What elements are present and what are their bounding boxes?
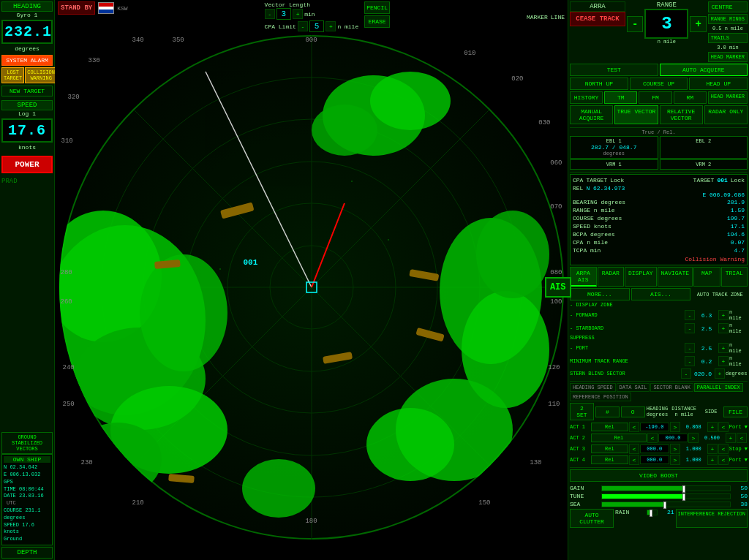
act4-right-btn[interactable]: >: [670, 455, 680, 465]
act1-minus-btn[interactable]: <: [718, 422, 729, 432]
pi-tab-sector-blank[interactable]: SECTOR BLANK: [650, 383, 693, 392]
test-btn[interactable]: TEST: [570, 64, 658, 76]
act2-rel-btn[interactable]: Rel: [591, 434, 647, 442]
system-alarm-btn[interactable]: SYSTEM ALARM: [1, 55, 53, 66]
rain-slider[interactable]: [647, 510, 658, 515]
lost-target-btn[interactable]: LOST TARGET: [1, 67, 24, 83]
depth-btn[interactable]: DEPTH: [1, 547, 53, 559]
pi-tab-data-sail[interactable]: DATA SAIL: [617, 383, 650, 392]
ground-stabilized-btn[interactable]: GROUND STABILIZED VECTORS: [1, 432, 53, 454]
sea-thumb[interactable]: [663, 502, 666, 509]
ebl2-box[interactable]: EBL 2: [660, 136, 748, 159]
pi-hash-btn[interactable]: #: [595, 406, 620, 417]
rain-slider-inner: RAIN 21: [615, 509, 674, 515]
pi-tab-heading-speed[interactable]: HEADING SPEED: [570, 383, 616, 392]
tab-radar[interactable]: RADAR: [598, 267, 625, 287]
more-btn[interactable]: MORE...: [570, 288, 630, 300]
vrm2-box[interactable]: VRM 2: [660, 159, 748, 170]
tune-thumb[interactable]: [682, 493, 685, 501]
tab-display[interactable]: DISPLAY: [625, 267, 657, 287]
act4-plus-btn[interactable]: +: [707, 455, 718, 465]
power-button[interactable]: POWER: [1, 156, 53, 173]
cpa-plus-btn[interactable]: +: [325, 21, 336, 31]
tune-slider[interactable]: [601, 493, 731, 499]
pi-tab-parallel-index[interactable]: PARALLEL INDEX: [694, 383, 743, 392]
act2-right-btn[interactable]: >: [688, 433, 699, 443]
min-track-plus-btn[interactable]: +: [718, 356, 729, 366]
auto-acquire-btn[interactable]: AUTO ACQUIRE: [660, 64, 748, 76]
rain-thumb[interactable]: [650, 510, 652, 517]
vrm1-box[interactable]: VRM 1: [570, 159, 658, 170]
gain-thumb[interactable]: [682, 485, 685, 493]
gain-slider[interactable]: [601, 485, 731, 491]
port-plus-btn[interactable]: +: [718, 343, 729, 353]
cease-track-btn[interactable]: CEASE TRACK: [570, 12, 625, 26]
stand-by-btn[interactable]: STAND BY: [58, 1, 95, 15]
act1-plus-btn[interactable]: +: [707, 422, 718, 432]
act3-right-btn[interactable]: >: [670, 444, 680, 454]
tab-trial[interactable]: TRIAL: [721, 267, 748, 287]
centre-btn[interactable]: CENTRE: [708, 1, 748, 12]
min-track-minus-btn[interactable]: -: [685, 356, 695, 366]
act3-left-btn[interactable]: <: [629, 444, 639, 454]
pi-tab-reference[interactable]: REFERENCE POSITION: [570, 393, 631, 401]
act1-rel-btn[interactable]: Rel: [591, 423, 628, 431]
vl-plus-btn[interactable]: +: [293, 9, 303, 19]
video-boost-btn[interactable]: VIDEO BOOST: [570, 469, 748, 482]
true-vector-btn[interactable]: TRUE VECTOR: [614, 105, 658, 124]
radar-display[interactable]: 000 010 020 030 350 340 330 320 310 280 …: [59, 35, 564, 540]
tab-navigate[interactable]: NAVIGATE: [658, 267, 693, 287]
starboard-minus-btn[interactable]: -: [685, 323, 695, 333]
manual-acquire-btn[interactable]: MANUAL ACQUIRE: [570, 105, 613, 124]
stern-minus-btn[interactable]: -: [681, 368, 691, 379]
act1-right-btn[interactable]: >: [670, 422, 680, 432]
radar-area[interactable]: STAND BY KSW Vector Length - 3 + min CPA…: [55, 0, 568, 560]
pencil-btn[interactable]: PENCIL: [364, 1, 390, 14]
act1-left-btn[interactable]: <: [629, 422, 639, 432]
vl-minus-btn[interactable]: -: [265, 9, 275, 19]
interference-rejection-btn[interactable]: INTERFERENCE REJECTION: [676, 509, 748, 528]
erase-btn[interactable]: ERASE: [364, 15, 390, 28]
act2-minus-btn[interactable]: <: [737, 433, 747, 443]
act4-minus-btn[interactable]: <: [718, 455, 729, 465]
head-up-btn[interactable]: HEAD UP: [689, 77, 748, 90]
range-plus-btn[interactable]: +: [690, 16, 706, 32]
starboard-plus-btn[interactable]: +: [718, 323, 729, 333]
act2-plus-btn[interactable]: +: [726, 433, 736, 443]
north-up-btn[interactable]: NORTH UP: [570, 77, 628, 90]
forward-plus-btn[interactable]: +: [718, 310, 729, 320]
act2-left-btn[interactable]: <: [647, 433, 658, 443]
tab-arpa-ais[interactable]: ARPA AIS: [570, 267, 597, 287]
act3-minus-btn[interactable]: <: [718, 444, 729, 454]
radar-only-btn[interactable]: RADAR ONLY: [704, 105, 748, 124]
ais-more-btn[interactable]: AIS...: [631, 288, 691, 300]
sea-slider[interactable]: [601, 502, 731, 507]
port-minus-btn[interactable]: -: [685, 343, 695, 353]
history-btn[interactable]: HISTORY: [570, 91, 603, 104]
relative-vector-btn[interactable]: RELATIVE VECTOR: [660, 105, 703, 124]
head-marker-btn2[interactable]: HEAD MARKER: [708, 91, 748, 104]
act4-left-btn[interactable]: <: [629, 455, 639, 465]
collision-warning-btn[interactable]: COLLISION WARNING: [25, 67, 57, 83]
range-minus-btn[interactable]: -: [627, 16, 643, 32]
act3-plus-btn[interactable]: +: [707, 444, 718, 454]
cpa-minus-btn[interactable]: -: [298, 21, 308, 31]
tab-map[interactable]: MAP: [693, 267, 720, 287]
trails-btn[interactable]: TRAILS: [708, 33, 748, 43]
auto-clutter-btn[interactable]: AUTO CLUTTER: [570, 509, 614, 528]
act3-rel-btn[interactable]: Rel: [591, 444, 628, 453]
pi-file-btn[interactable]: FILE: [723, 406, 748, 417]
rm-btn[interactable]: RM: [674, 91, 707, 104]
pi-set-btn[interactable]: 2 SET: [570, 403, 594, 420]
forward-minus-btn[interactable]: -: [685, 310, 695, 320]
stern-plus-btn[interactable]: +: [715, 368, 725, 379]
pi-o-btn[interactable]: O: [621, 406, 645, 417]
act4-rel-btn[interactable]: Rel: [591, 455, 628, 464]
tm-btn[interactable]: TM: [604, 91, 637, 104]
range-rings-btn[interactable]: RANGE RINGS: [708, 14, 748, 24]
fm-btn[interactable]: FM: [639, 91, 671, 104]
ais-panel-btn[interactable]: AIS: [545, 277, 571, 298]
new-target-btn[interactable]: NEW TARGET: [1, 86, 53, 97]
course-up-btn[interactable]: COURSE UP: [630, 77, 688, 90]
head-marker-btn[interactable]: HEAD MARKER: [708, 52, 748, 62]
